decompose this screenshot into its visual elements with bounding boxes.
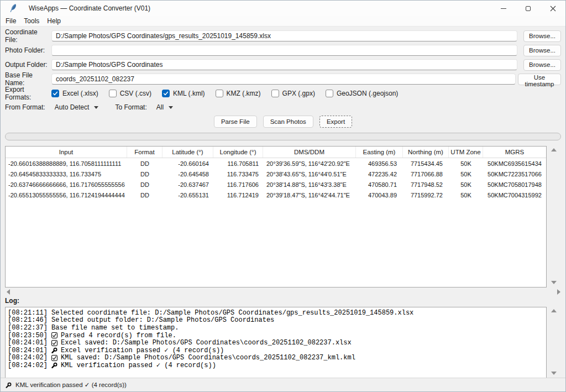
export-format-checkbox[interactable]: KML (.kml) xyxy=(162,90,205,97)
check-icon xyxy=(51,355,57,361)
column-header[interactable]: DMS/DDM xyxy=(263,147,356,158)
actions-row: Parse File Scan Photos Export xyxy=(5,115,561,128)
table-cell: DD xyxy=(127,179,163,190)
table-cell: 469356.53 xyxy=(356,158,403,169)
log-line: [08:24:01] Excel saved: D:/Sample Photos… xyxy=(8,339,544,347)
coordinate-file-input[interactable] xyxy=(51,30,517,41)
table-cell: DD xyxy=(127,169,163,179)
menu-tools[interactable]: Tools xyxy=(20,17,43,25)
progress-bar xyxy=(5,133,561,140)
table-vertical-scrollbar[interactable] xyxy=(547,146,561,288)
table-cell: 116.712419 xyxy=(213,190,263,200)
output-folder-input[interactable] xyxy=(51,59,517,70)
photo-folder-input[interactable] xyxy=(51,45,517,56)
to-format-value: All xyxy=(156,103,164,111)
column-header[interactable]: Easting (m) xyxy=(356,147,403,158)
close-button[interactable] xyxy=(541,1,565,16)
maximize-button[interactable] xyxy=(516,1,541,16)
column-header[interactable]: Input xyxy=(6,147,127,158)
log-message: Parsed 4 record(s) from file. xyxy=(61,332,176,339)
results-table: InputFormatLatitude (°)Longitude (°)DMS/… xyxy=(5,146,547,288)
photo-folder-label: Photo Folder: xyxy=(5,46,51,54)
log-message: KML verification passed ✓ (4 record(s)) xyxy=(61,361,216,369)
status-text: KML verification passed ✓ (4 record(s)) xyxy=(15,381,127,389)
table-horizontal-scrollbar[interactable] xyxy=(5,289,562,295)
table-row[interactable]: -20.64545833333333, 116.733475DD-20.6454… xyxy=(6,169,546,179)
format-row: From Format: Auto Detect To Format: All xyxy=(5,101,561,114)
title-bar: WiseApps — Coordinate Converter (V01) xyxy=(1,1,565,16)
from-format-value: Auto Detect xyxy=(55,103,90,111)
log-timestamp: [08:24:02] xyxy=(8,354,48,362)
minimize-button[interactable] xyxy=(491,1,516,16)
from-format-select[interactable]: Auto Detect xyxy=(53,102,101,112)
table-cell: 20°38'14.88"S, 116°43'3.38"E xyxy=(263,179,356,190)
table-cell: 7717948.52 xyxy=(403,179,449,190)
column-header[interactable]: Latitude (°) xyxy=(163,147,213,158)
log-message: KML saved: D:/Sample Photos/GPS Coordina… xyxy=(61,354,355,362)
column-header[interactable]: UTM Zone xyxy=(449,147,483,158)
table-cell: 20°39'18.47"S, 116°42'44.71"E xyxy=(263,190,356,200)
scroll-up-icon[interactable] xyxy=(551,309,557,312)
check-icon xyxy=(51,332,57,338)
menu-help[interactable]: Help xyxy=(43,17,65,25)
table-cell: 50KMC7004315992 xyxy=(483,190,546,200)
column-header[interactable]: MGRS xyxy=(483,147,546,158)
main-content: Coordinate File: Browse... Photo Folder:… xyxy=(1,27,565,378)
coordinate-file-label: Coordinate File: xyxy=(5,28,51,44)
export-button[interactable]: Export xyxy=(319,116,352,128)
column-header[interactable]: Format xyxy=(127,147,163,158)
log-timestamp: [08:21:11] xyxy=(8,309,48,317)
to-format-select[interactable]: All xyxy=(154,102,175,112)
check-icon xyxy=(51,340,57,346)
log-line: [08:24:02] KML saved: D:/Sample Photos/G… xyxy=(8,354,544,362)
table-cell: 470580.71 xyxy=(356,179,403,190)
log-vertical-scrollbar[interactable] xyxy=(547,307,561,378)
log-line: [08:24:01] Excel verification passed ✓ (… xyxy=(8,347,544,354)
table-cell: -20.63746666666666, 116.7176055555556 xyxy=(6,179,127,190)
parse-file-button[interactable]: Parse File xyxy=(214,116,257,128)
checkbox-label: KML (.kml) xyxy=(173,90,205,97)
export-formats-label: Export Formats: xyxy=(5,86,51,101)
table-cell: 50K xyxy=(449,158,483,169)
maximize-icon xyxy=(526,6,531,11)
scroll-left-icon[interactable] xyxy=(7,289,10,295)
log-timestamp: [08:22:37] xyxy=(8,324,48,332)
menu-file[interactable]: File xyxy=(2,17,20,25)
log-timestamp: [08:24:01] xyxy=(8,347,48,354)
table-row[interactable]: -20.65513055555556, 116.7124194444444DD-… xyxy=(6,190,546,200)
base-file-name-input[interactable] xyxy=(51,74,516,85)
app-window: WiseApps — Coordinate Converter (V01) Fi… xyxy=(0,0,566,392)
export-format-checkbox[interactable]: KMZ (.kmz) xyxy=(216,90,261,97)
magnifier-icon xyxy=(51,347,57,353)
table-body: -20.66016388888889, 116.7058111111111DD-… xyxy=(6,158,546,200)
checkbox-icon xyxy=(109,90,117,97)
output-folder-browse-button[interactable]: Browse... xyxy=(523,59,561,71)
log-message: Selected coordinate file: D:/Sample Phot… xyxy=(51,309,413,317)
table-cell: 20°39'36.59"S, 116°42'20.92"E xyxy=(263,158,356,169)
log-message: Excel saved: D:/Sample Photos/GPS Coordi… xyxy=(61,339,352,347)
export-format-checkbox[interactable]: GPX (.gpx) xyxy=(271,90,315,97)
use-timestamp-button[interactable]: Use timestamp xyxy=(518,74,561,85)
scroll-right-icon[interactable] xyxy=(557,289,560,295)
export-format-checkbox[interactable]: Excel (.xlsx) xyxy=(51,90,98,97)
table-cell: 470043.89 xyxy=(356,190,403,200)
table-row[interactable]: -20.63746666666666, 116.7176055555556DD-… xyxy=(6,179,546,190)
table-cell: 20°38'43.65"S, 116°44'0.51"E xyxy=(263,169,356,179)
checkbox-label: GeoJSON (.geojson) xyxy=(337,90,398,97)
log-timestamp: [08:21:46] xyxy=(8,316,48,324)
table-cell: 50KMC6935615434 xyxy=(483,158,546,169)
scan-photos-button[interactable]: Scan Photos xyxy=(263,116,313,128)
scroll-down-icon[interactable] xyxy=(551,372,557,375)
photo-folder-browse-button[interactable]: Browse... xyxy=(523,45,561,56)
table-row[interactable]: -20.66016388888889, 116.7058111111111DD-… xyxy=(6,158,546,169)
scroll-up-icon[interactable] xyxy=(551,148,557,151)
table-cell: 116.717606 xyxy=(213,179,263,190)
column-header[interactable]: Longitude (°) xyxy=(213,147,263,158)
export-format-checkbox[interactable]: GeoJSON (.geojson) xyxy=(326,90,398,97)
column-header[interactable]: Northing (m) xyxy=(403,147,449,158)
menu-bar: File Tools Help xyxy=(1,16,565,27)
coordinate-file-browse-button[interactable]: Browse... xyxy=(523,30,561,42)
table-cell: -20.66016388888889, 116.7058111111111 xyxy=(6,158,127,169)
export-format-checkbox[interactable]: CSV (.csv) xyxy=(109,90,151,97)
scroll-down-icon[interactable] xyxy=(551,281,557,284)
